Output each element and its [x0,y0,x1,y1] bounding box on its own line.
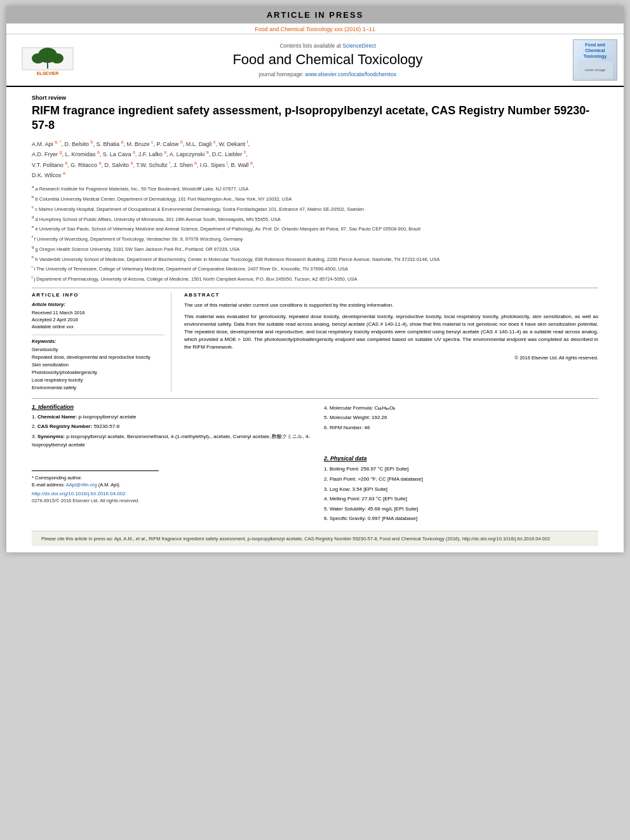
journal-line: Food and Chemical Toxicology xxx (2016) … [6,23,624,34]
keyword-3: Skin sensitization [32,361,164,369]
identification-item-2: 2. CAS Registry Number: 59230-57-8 [32,423,311,431]
contents-line: Contents lists available at ScienceDirec… [89,43,566,49]
physical-item-2: 2. Flash Point: >200 °F; CC [FMA databas… [324,475,598,484]
journal-line-text: Food and Chemical Toxicology xxx (2016) … [255,26,375,32]
keyword-6: Environmental safety [32,384,164,392]
homepage-url[interactable]: www.elsevier.com/locate/foodchemtox [305,71,397,77]
physical-data-list: 1. Boiling Point: 258.97 °C [EPI Suite] … [324,465,598,523]
affiliations: a a Research Institute for Fragrance Mat… [32,183,598,283]
email-link[interactable]: AApi@rifm.org [66,482,97,488]
article-title: RIFM fragrance ingredient safety assessm… [32,103,598,133]
issn-copyright: 0278-6915/© 2016 Elsevier Ltd. All right… [32,498,311,503]
elsevier-icon: ELSEVIER [19,44,76,76]
science-direct-link[interactable]: ScienceDirect [342,43,375,49]
article-type: Short review [32,95,598,101]
physical-data-heading: 2. Physical data [324,455,598,462]
affiliation-c: c c Malmo University Hospital, Departmen… [32,204,598,213]
accepted-date: Accepted 2 April 2016 [32,316,164,323]
footnote-corresponding: * Corresponding author. [32,474,159,481]
available-date: Available online xxx [32,323,164,330]
keyword-2: Repeated dose, developmental and reprodu… [32,354,164,361]
abstract-para-1: The use of this material under current u… [184,302,598,309]
abstract-title: ABSTRACT [184,292,598,298]
article-info-title: ARTICLE INFO [32,292,164,298]
identification-list: 1. Chemical Name: p-Isopropylbenzyl acet… [32,413,311,450]
keywords-list: Genotoxicity Repeated dose, developmenta… [32,346,164,392]
history-label: Article history: [32,302,164,307]
page: ARTICLE IN PRESS Food and Chemical Toxic… [6,6,624,552]
identification-item-3: 3. Synonyms: p-Isopropylbenzyl acetate, … [32,433,311,450]
top-header: ELSEVIER Contents lists available at Sci… [6,34,624,87]
keyword-1: Genotoxicity [32,346,164,354]
affiliation-b: b b Columbia University Medical Center, … [32,194,598,203]
identification-item-4: 4. Molecular Formula: C₁₂H₁₆O₂ [324,404,598,413]
affiliation-g: g g Oregon Health Science University, 31… [32,244,598,253]
physical-data-section: 4. Molecular Formula: C₁₂H₁₆O₂ 5. Molecu… [324,404,598,524]
footnote-area: * Corresponding author. E-mail address: … [32,470,159,489]
affiliation-e: e e University of Sao Paulo, School of V… [32,223,598,232]
physical-item-1: 1. Boiling Point: 258.97 °C [EPI Suite] [324,465,598,474]
homepage-line: journal homepage: www.elsevier.com/locat… [89,71,566,77]
affiliation-f: f f University of Wuerzburg, Department … [32,234,598,243]
affiliation-j: j j Department of Pharmacology, Universi… [32,274,598,283]
body-section: 1. Identification 1. Chemical Name: p-Is… [32,404,598,524]
abstract-col: ABSTRACT The use of this material under … [184,292,598,392]
physical-item-5: 5. Water Solubility: 45.68 mg/L [EPI Sui… [324,505,598,514]
divider-3 [32,398,598,399]
elsevier-logo-container: ELSEVIER [13,44,83,76]
physical-item-4: 4. Melting Point: 27.83 °C [EPI Suite] [324,495,598,503]
id-items-right: 4. Molecular Formula: C₁₂H₁₆O₂ 5. Molecu… [324,404,598,432]
info-abstract-section: ARTICLE INFO Article history: Received 1… [32,292,598,392]
homepage-label: journal homepage: [259,71,304,77]
journal-title: Food and Chemical Toxicology [89,51,566,68]
article-in-press-banner: ARTICLE IN PRESS [6,6,624,23]
identification-item-1: 1. Chemical Name: p-Isopropylbenzyl acet… [32,413,311,422]
article-info-col: ARTICLE INFO Article history: Received 1… [32,292,171,392]
cite-bar-text: Please cite this article in press as: Ap… [41,536,550,542]
article-dates: Received 11 March 2016 Accepted 2 April … [32,309,164,331]
footnote-email: E-mail address: AApi@rifm.org (A.M. Api)… [32,481,159,488]
svg-point-3 [32,53,44,63]
journal-center: Contents lists available at ScienceDirec… [89,43,566,77]
affiliation-d: d d Humphrey School of Public Affairs, U… [32,214,598,223]
affiliation-h: h h Vanderbilt University School of Medi… [32,254,598,263]
keyword-4: Phototoxicity/photoallergenicity [32,369,164,377]
identification-heading: 1. Identification [32,404,311,410]
affiliation-i: i i The University of Tennessee, College… [32,263,598,272]
authors: A.M. Api a, *, D. Belsito b, S. Bhatia a… [32,138,598,180]
affiliation-a: a a Research Institute for Fragrance Mat… [32,183,598,192]
divider-1 [32,288,598,288]
received-date: Received 11 March 2016 [32,309,164,316]
svg-point-4 [51,53,64,63]
journal-small-logo: Food andChemicalToxicology cover image [573,39,617,81]
cite-bar: Please cite this article in press as: Ap… [32,531,598,546]
identification-item-5: 5. Molecular Weight: 192.26 [324,413,598,422]
identification-item-6: 6. RIFM Number: 46 [324,423,598,432]
physical-item-6: 6. Specific Gravity: 0.997 [FMA database… [324,514,598,523]
keywords-title: Keywords: [32,338,164,344]
abstract-para-2: This material was evaluated for genotoxi… [184,313,598,351]
svg-text:ELSEVIER: ELSEVIER [37,71,59,76]
contents-label: Contents lists available at [279,43,340,49]
doi-link[interactable]: http://dx.doi.org/10.1016/j.fct.2016.04.… [32,491,311,497]
identification-section: 1. Identification 1. Chemical Name: p-Is… [32,404,311,524]
banner-text: ARTICLE IN PRESS [267,10,364,20]
main-content: Short review RIFM fragrance ingredient s… [6,87,624,552]
keyword-5: Local respiratory toxicity [32,377,164,384]
divider-2 [32,335,164,335]
physical-item-3: 3. Log Kow: 3.54 [EPI Suite] [324,485,598,494]
abstract-copyright: © 2016 Elsevier Ltd. All rights reserved… [184,355,598,361]
abstract-text: The use of this material under current u… [184,302,598,351]
identification-items-right: 4. Molecular Formula: C₁₂H₁₆O₂ 5. Molecu… [324,404,598,432]
